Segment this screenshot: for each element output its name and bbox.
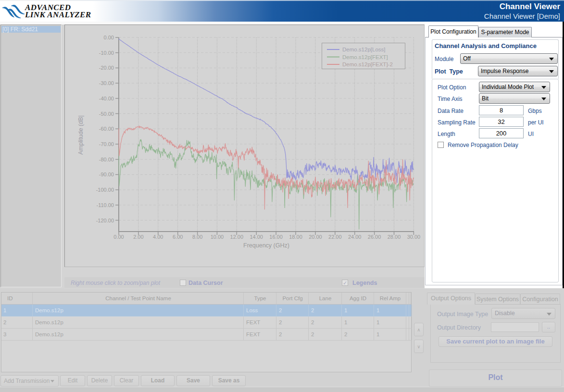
svg-text:-110.00: -110.00: [97, 202, 114, 208]
svg-text:26.00: 26.00: [368, 234, 381, 240]
svg-text:24.00: 24.00: [348, 234, 362, 240]
svg-text:-50.00: -50.00: [99, 111, 114, 117]
svg-text:16.00: 16.00: [269, 234, 283, 240]
svg-text:Demo.s12p[FEXT]: Demo.s12p[FEXT]: [342, 54, 388, 60]
svg-text:-120.00: -120.00: [96, 218, 114, 223]
svg-text:4.00: 4.00: [153, 234, 163, 240]
svg-text:0.00: 0.00: [113, 234, 124, 240]
svg-text:30.00: 30.00: [407, 234, 421, 240]
svg-text:6.00: 6.00: [173, 234, 183, 240]
svg-text:-10.00: -10.00: [99, 50, 114, 56]
svg-text:Demo.s12p[FEXT]-2: Demo.s12p[FEXT]-2: [342, 61, 393, 67]
svg-text:8.00: 8.00: [192, 234, 202, 240]
svg-text:-30.00: -30.00: [99, 80, 114, 86]
svg-text:-60.00: -60.00: [99, 126, 114, 132]
svg-text:-20.00: -20.00: [99, 65, 114, 71]
svg-text:-100.00: -100.00: [96, 187, 114, 193]
svg-text:22.00: 22.00: [328, 234, 342, 240]
svg-text:10.00: 10.00: [211, 234, 224, 240]
svg-text:14.00: 14.00: [250, 234, 263, 240]
svg-text:20.00: 20.00: [309, 234, 322, 240]
svg-text:-80.00: -80.00: [99, 157, 114, 162]
svg-text:2.00: 2.00: [133, 234, 143, 240]
svg-text:Amplitude (dB|: Amplitude (dB|: [77, 115, 84, 155]
svg-text:Frequency (GHz): Frequency (GHz): [243, 242, 289, 249]
svg-text:-40.00: -40.00: [99, 96, 114, 101]
svg-text:28.00: 28.00: [388, 234, 401, 240]
svg-text:18.00: 18.00: [289, 234, 302, 240]
svg-text:0.00: 0.00: [104, 35, 114, 40]
svg-text:-70.00: -70.00: [99, 141, 114, 147]
svg-text:12.00: 12.00: [230, 234, 244, 240]
svg-text:-90.00: -90.00: [99, 172, 114, 177]
svg-text:Demo.s12p[Loss]: Demo.s12p[Loss]: [342, 47, 386, 52]
